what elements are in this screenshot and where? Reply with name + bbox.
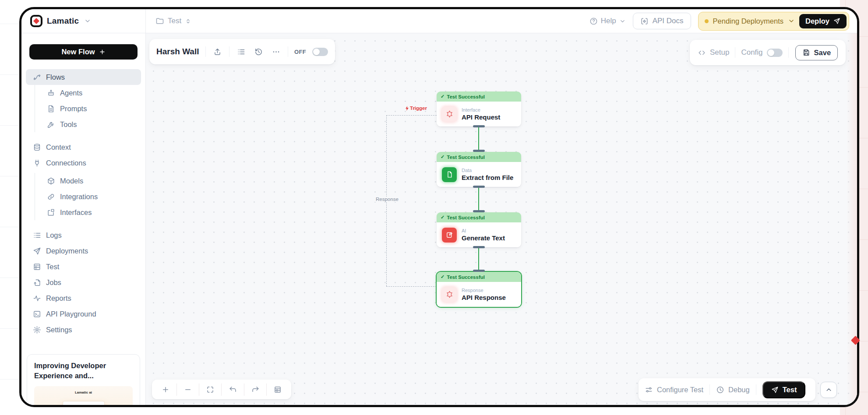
sidebar-item-flows[interactable]: Flows (26, 69, 141, 85)
sidebar-item-logs[interactable]: Logs (21, 227, 145, 243)
api-docs-button[interactable]: API Docs (633, 13, 691, 29)
help-menu[interactable]: Help (589, 17, 626, 25)
agents-icon (47, 89, 55, 97)
flows-subgroup: Agents Prompts Tools (35, 85, 145, 132)
api-docs-label: API Docs (653, 17, 684, 25)
connections-icon (33, 159, 41, 167)
floppy-icon (802, 49, 810, 56)
more-options-button[interactable] (270, 46, 282, 58)
sidebar-item-api-playground[interactable]: API Playground (21, 306, 145, 322)
flow-canvas[interactable]: Trigger Response Test Successful (146, 33, 857, 405)
node-handle[interactable] (473, 210, 485, 212)
sidebar-item-tools[interactable]: Tools (35, 116, 145, 132)
flow-node-api-response[interactable]: Test Successful Response API Response (437, 272, 521, 307)
clock-icon (716, 386, 724, 394)
pending-deployments-dropdown[interactable]: Pending Deployments Deploy (698, 12, 849, 31)
config-toggle-group[interactable]: Config (741, 48, 782, 57)
test-toolbar: Configure Test Debug Test (639, 378, 815, 401)
flow-node-api-request[interactable]: Test Successful Interface API Request (437, 91, 521, 127)
promo-card[interactable]: Improving Developer Experience and... La… (27, 354, 140, 407)
selector-icon (185, 18, 191, 25)
new-flow-button[interactable]: New Flow (29, 44, 138, 60)
sidebar-item-prompts[interactable]: Prompts (35, 101, 145, 116)
dashed-edge-response (386, 286, 437, 287)
interface-node-icon (442, 107, 457, 122)
sidebar-item-jobs[interactable]: Jobs (21, 274, 145, 290)
history-button[interactable] (253, 46, 265, 58)
node-type: Interface (462, 107, 500, 113)
share-upload-button[interactable] (212, 46, 223, 58)
check-icon (441, 274, 445, 280)
node-handle[interactable] (473, 150, 485, 152)
flow-node-extract-from-file[interactable]: Test Successful Data Extract from File (437, 152, 521, 187)
node-handle[interactable] (473, 186, 485, 188)
project-breadcrumb[interactable]: Test (155, 17, 191, 25)
sidebar-item-label: Jobs (46, 278, 61, 287)
zoom-in-button[interactable] (160, 383, 171, 396)
node-handle[interactable] (473, 246, 485, 248)
expand-panel-button[interactable] (820, 382, 837, 398)
pending-status-dot (705, 19, 709, 23)
zoom-out-button[interactable] (183, 383, 193, 396)
redo-button[interactable] (250, 383, 261, 396)
send-icon (771, 386, 779, 394)
test-label: Test (783, 386, 797, 394)
help-label: Help (601, 17, 616, 25)
sidebar-item-label: API Playground (46, 310, 96, 318)
sidebar-item-label: Connections (46, 159, 86, 167)
debug-button[interactable]: Debug (716, 386, 750, 394)
configure-test-button[interactable]: Configure Test (645, 386, 703, 394)
lamatic-logo (30, 15, 42, 27)
config-toggle[interactable] (767, 49, 783, 57)
sidebar-item-interfaces[interactable]: Interfaces (35, 204, 145, 220)
pending-label: Pending Deployments (713, 17, 783, 25)
flow-node-generate-text[interactable]: Test Successful AI Generate Text (437, 212, 521, 247)
check-icon (441, 215, 445, 220)
sidebar-item-reports[interactable]: Reports (21, 290, 145, 306)
sidebar-item-models[interactable]: Models (35, 173, 145, 189)
sidebar-item-integrations[interactable]: Integrations (35, 189, 145, 204)
folder-icon (155, 17, 164, 25)
flow-enabled-toggle[interactable] (312, 48, 328, 56)
sidebar-item-context[interactable]: Context (21, 139, 145, 155)
code-window-icon (640, 17, 649, 25)
test-button[interactable]: Test (762, 381, 806, 398)
save-button[interactable]: Save (795, 45, 838, 60)
sidebar-item-label: Settings (46, 326, 72, 334)
workspace-switcher[interactable]: Lamatic (21, 9, 145, 33)
app-window: Lamatic New Flow Flows Agents Promp (19, 7, 859, 407)
undo-button[interactable] (228, 383, 238, 396)
project-name: Test (168, 17, 181, 25)
sidebar-item-label: Test (46, 263, 59, 271)
sidebar-item-connections[interactable]: Connections (21, 155, 145, 171)
queue-list-button[interactable] (236, 46, 247, 58)
node-status-banner: Test Successful (437, 212, 521, 222)
response-node-icon (442, 287, 457, 302)
node-title: Generate Text (462, 234, 505, 242)
sidebar-item-label: Context (46, 143, 71, 151)
setup-button[interactable]: Setup (698, 48, 729, 57)
sidebar-item-label: Reports (46, 294, 71, 302)
node-status-banner: Test Successful (437, 152, 521, 162)
node-handle[interactable] (473, 125, 485, 127)
node-handle[interactable] (473, 270, 485, 272)
sidebar-item-settings[interactable]: Settings (21, 322, 145, 338)
edge-line (478, 247, 479, 271)
sidebar-item-label: Prompts (60, 105, 87, 113)
promo-thumbnail: Lamatic ai Day 2 - Tue 25 March UNMATCHE… (34, 386, 133, 407)
node-status-banner: Test Successful (437, 272, 521, 282)
data-table-button[interactable] (272, 383, 283, 396)
node-type: Response (462, 288, 506, 293)
deploy-button[interactable]: Deploy (799, 14, 847, 28)
promo-thumb-brand: Lamatic ai (34, 390, 133, 394)
sidebar-item-label: Models (60, 177, 83, 185)
canvas-zoom-toolbar (152, 380, 291, 399)
sidebar-item-deployments[interactable]: Deployments (21, 243, 145, 259)
paper-plane-icon (33, 247, 41, 255)
fit-view-button[interactable] (205, 383, 215, 396)
chevron-down-icon (84, 18, 91, 25)
sidebar-item-test[interactable]: Test (21, 259, 145, 274)
flow-enabled-label: OFF (294, 49, 306, 55)
config-label: Config (741, 48, 762, 57)
sidebar-item-agents[interactable]: Agents (35, 85, 145, 101)
